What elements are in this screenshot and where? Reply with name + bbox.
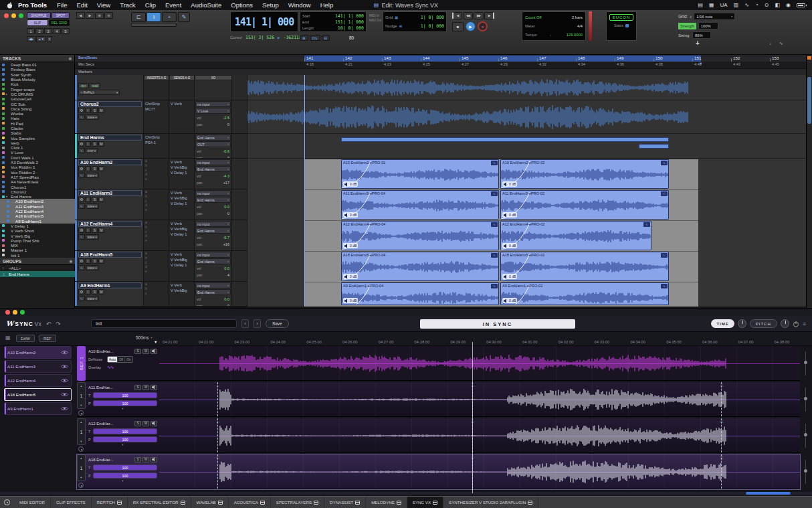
output-selector[interactable]: OUT — [195, 141, 231, 147]
expand-handle[interactable]: ▾ — [88, 407, 157, 410]
solo-button[interactable]: S — [92, 258, 98, 264]
elastic-audio-icon[interactable]: ∿ — [78, 265, 85, 270]
expand-handle[interactable]: ▾ — [88, 443, 157, 446]
visibility-eye-icon[interactable] — [61, 350, 68, 355]
track-collapse-tab[interactable]: ▴1▾ — [77, 418, 86, 445]
track-options-knob[interactable] — [78, 446, 84, 452]
swing-value[interactable]: 86% — [692, 31, 711, 39]
elastic-audio-icon[interactable]: ∿ — [78, 148, 85, 153]
previous-preset-button[interactable]: ‹ — [241, 319, 249, 328]
track-list-item[interactable]: A9 EndHarm1 — [0, 219, 75, 224]
clip-gain-badge[interactable]: 0 dB — [343, 181, 358, 187]
delay-compensation-label[interactable]: Dly — [310, 35, 320, 41]
input-monitor-button[interactable]: I — [85, 289, 91, 294]
automation-dyn-button[interactable]: dyn — [78, 83, 89, 88]
taskbar-home-icon[interactable] — [4, 499, 10, 505]
volume-value[interactable]: -0.6 — [223, 149, 229, 153]
solo-button[interactable]: S — [92, 197, 98, 202]
input-selector[interactable]: no input — [195, 282, 231, 288]
volume-value[interactable]: 0.0 — [224, 297, 229, 301]
taskbar-window-item[interactable]: MIDI EDITOR — [14, 497, 51, 508]
edit-lanes[interactable]: A10 EndHarm2-ePRO-01 ∿ 0 dB A10 EndHarm2… — [247, 75, 806, 307]
inserts-cell[interactable]: a b c d e — [144, 220, 169, 250]
plugin-track-list-item[interactable]: A11 EndHarm3 — [4, 360, 72, 373]
track-options-knob[interactable] — [78, 483, 84, 488]
hamburger-menu-icon[interactable]: ≡ — [803, 321, 806, 327]
visibility-eye-icon[interactable] — [61, 378, 68, 383]
nudge-value[interactable]: 1| 0| 000 — [421, 23, 444, 29]
menu-item[interactable]: Clip — [145, 1, 156, 9]
clip-gain-badge[interactable]: 0 dB — [502, 274, 517, 279]
track-view-selector[interactable]: over▾ — [86, 148, 98, 153]
menu-item[interactable]: View — [97, 1, 110, 9]
audio-clip[interactable]: A9 EndHarm1-ePRO-04 ∿ 0 dB — [341, 282, 499, 305]
track-list-item[interactable]: ▾ End Harms — [0, 194, 75, 199]
plugin-track-lane[interactable] — [159, 454, 800, 489]
grabber-tool[interactable]: + — [162, 12, 177, 22]
audio-clip[interactable]: A10 EndHarm2-ePRO-02 ∿ 0 dB — [500, 159, 669, 189]
clip-gain-badge[interactable]: 0 dB — [502, 212, 517, 218]
menu-item[interactable]: AudioSuite — [191, 1, 221, 9]
track-list-item[interactable]: Stabs — [0, 131, 75, 135]
mute-button[interactable]: M — [142, 457, 149, 462]
input-selector[interactable]: no input — [195, 190, 231, 196]
sends-cell[interactable]: V Verb V VerbBig V Delay 1 — [169, 220, 195, 250]
track-options-knob[interactable] — [78, 410, 84, 416]
minimize-button[interactable] — [11, 13, 16, 18]
sends-cell[interactable]: V Verb V VerbBig V Delay 1 — [169, 189, 195, 220]
edit-mode-button[interactable]: REL GRID — [49, 19, 70, 26]
group-list-item[interactable]: 1End Harms — [0, 271, 75, 277]
output-selector[interactable]: End Harms — [195, 228, 231, 234]
menu-item[interactable]: File — [57, 1, 67, 9]
close-button[interactable] — [4, 13, 9, 18]
taskbar-window-item[interactable]: MELODYNE — [366, 497, 407, 508]
track-list-item[interactable]: V Love — [0, 150, 75, 155]
menu-item[interactable]: Help — [320, 1, 334, 9]
input-monitor-button[interactable]: I — [85, 197, 91, 202]
power-icon[interactable] — [793, 321, 799, 327]
mute-button[interactable]: M — [98, 258, 104, 264]
clip-gain-badge[interactable]: 0 dB — [343, 212, 358, 218]
mute-button[interactable]: M — [142, 349, 149, 354]
track-list-item[interactable]: Vox Riddim 1 — [0, 165, 75, 169]
selector-tool[interactable]: I — [146, 12, 161, 22]
menu-item[interactable]: Edit — [76, 1, 87, 9]
taskbar-window-item[interactable]: SYNC VX — [407, 497, 443, 508]
track-list-item[interactable]: Finger snaps — [0, 86, 75, 91]
automation-read-button[interactable]: read — [90, 83, 100, 88]
time-machine-icon[interactable]: ◔ — [755, 2, 758, 8]
input-selector[interactable]: no input — [195, 221, 231, 227]
track-list-item[interactable]: Deep Bass.01 — [0, 62, 75, 67]
audio-clip[interactable]: A18 EndHarm5-ePRO-02 ∿ 0 dB — [500, 252, 669, 281]
pitch-amount-slider[interactable]: 100 — [93, 473, 157, 479]
mute-button[interactable]: M — [98, 108, 104, 113]
audio-wave-icon[interactable]: ∿ — [744, 2, 749, 8]
track-list-item[interactable]: Verb — [0, 141, 75, 145]
track-list-item[interactable]: Kick — [0, 82, 75, 86]
time-amount-slider[interactable]: 100 — [93, 464, 157, 471]
track-list-item[interactable]: Soar Synth — [0, 72, 75, 77]
edit-mode-button[interactable]: SPOT — [52, 12, 70, 19]
clip-gain-badge[interactable]: 0 dB — [343, 243, 358, 248]
record-enable-button[interactable] — [78, 197, 84, 202]
redo-icon[interactable]: ↷ — [56, 321, 61, 327]
selection-length[interactable]: 10| 0| 000 — [338, 25, 364, 31]
post-roll-icon[interactable]: ⊟ — [322, 35, 330, 41]
track-name[interactable]: End Harms — [78, 135, 142, 141]
undo-icon[interactable]: ↶ — [46, 321, 52, 327]
app-menu-pro-tools[interactable]: Pro Tools — [18, 1, 47, 9]
input-monitor-button[interactable]: I — [85, 108, 91, 113]
record-enable-button[interactable] — [78, 228, 84, 233]
pre-roll-icon[interactable]: ⊞ — [300, 35, 308, 41]
edit-mode-button[interactable]: SHUFFLE — [27, 12, 51, 19]
plugin-track-list-item[interactable]: A9 EndHarm1 — [4, 402, 72, 415]
selection-end-marker[interactable]: ▼ — [699, 62, 702, 66]
track-list-item[interactable]: A10 EndHarm2 — [0, 199, 75, 203]
audio-clip[interactable]: A12 EndHarm4-ePRO-04 ∿ 0 dB — [341, 221, 499, 250]
selection-start[interactable]: 141| 1| 000 — [335, 13, 364, 19]
groups-options-icon[interactable]: ◉ — [70, 259, 72, 263]
control-center-icon[interactable]: ◧ — [775, 2, 780, 8]
track-list-item[interactable]: ▸ GC DRUMS — [0, 92, 75, 96]
track-name[interactable]: A11 EndHarm3 — [78, 190, 142, 196]
track-list-item[interactable]: Wocka — [0, 111, 75, 116]
